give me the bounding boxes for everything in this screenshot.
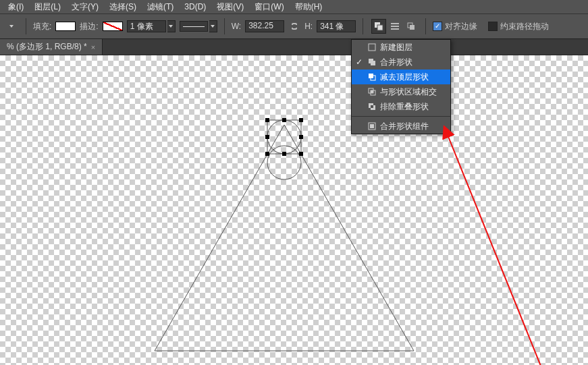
svg-rect-1 bbox=[377, 25, 383, 30]
width-input[interactable]: 382.25 bbox=[245, 20, 284, 32]
menu-item-label: 与形状区域相交 bbox=[380, 86, 437, 98]
shape-preset-dropdown[interactable] bbox=[4, 19, 19, 34]
document-tab-bar: % (多边形 1, RGB/8) * × bbox=[0, 39, 588, 55]
height-label: H: bbox=[304, 22, 313, 31]
fill-swatch[interactable] bbox=[55, 22, 76, 31]
svg-rect-3 bbox=[391, 26, 399, 27]
stroke-style-preview[interactable] bbox=[180, 21, 208, 32]
menu-item-label: 排除重叠形状 bbox=[380, 101, 429, 113]
document-tab[interactable]: % (多边形 1, RGB/8) * × bbox=[0, 39, 103, 55]
link-wh-icon[interactable] bbox=[288, 19, 300, 34]
menu-bar: 象(I) 图层(L) 文字(Y) 选择(S) 滤镜(T) 3D(D) 视图(V)… bbox=[0, 0, 588, 13]
menu-layer[interactable]: 图层(L) bbox=[29, 0, 66, 14]
subtract-icon bbox=[367, 72, 377, 82]
document-tab-title: % (多边形 1, RGB/8) * bbox=[7, 41, 87, 53]
menu-item-exclude[interactable]: 排除重叠形状 bbox=[352, 99, 450, 114]
exclude-icon bbox=[367, 102, 377, 111]
menu-item-intersect[interactable]: 与形状区域相交 bbox=[352, 84, 450, 99]
svg-rect-13 bbox=[265, 135, 269, 139]
separator bbox=[363, 18, 363, 34]
menu-type[interactable]: 文字(Y) bbox=[66, 0, 104, 14]
menu-item-subtract-front[interactable]: 减去顶层形状 bbox=[352, 69, 450, 84]
stroke-width-dropdown[interactable] bbox=[167, 20, 176, 32]
svg-rect-28 bbox=[371, 105, 373, 108]
menu-window[interactable]: 窗口(W) bbox=[249, 0, 289, 14]
separator bbox=[425, 18, 426, 34]
align-edges-label: 对齐边缘 bbox=[445, 21, 477, 32]
svg-rect-20 bbox=[371, 61, 375, 65]
stroke-label: 描边: bbox=[80, 21, 98, 32]
close-icon[interactable]: × bbox=[91, 43, 95, 51]
stroke-width-input[interactable]: 1 像素 bbox=[127, 20, 166, 32]
combine-icon bbox=[367, 57, 377, 67]
menu-image[interactable]: 象(I) bbox=[3, 0, 29, 14]
svg-rect-6 bbox=[410, 25, 415, 30]
separator bbox=[224, 18, 225, 34]
menu-item-label: 合并形状组件 bbox=[380, 121, 429, 132]
svg-rect-16 bbox=[282, 152, 286, 156]
menu-item-label: 合并形状 bbox=[380, 57, 412, 68]
svg-rect-25 bbox=[371, 90, 373, 93]
checkbox-icon bbox=[433, 22, 442, 31]
shape-path[interactable] bbox=[0, 55, 588, 365]
svg-rect-18 bbox=[369, 44, 375, 51]
stroke-style-dropdown[interactable] bbox=[209, 20, 217, 32]
path-operations-menu: 新建图层 ✓ 合并形状 减去顶层形状 与形状区域相交 排除重叠形状 合并形状组件 bbox=[351, 39, 451, 134]
options-bar: 填充: 描边: 1 像素 W: 382.25 H: 341 像 对齐边缘 bbox=[0, 13, 588, 39]
path-arrangement-button[interactable] bbox=[404, 19, 419, 34]
width-label: W: bbox=[232, 22, 241, 31]
menu-filter[interactable]: 滤镜(T) bbox=[142, 0, 179, 14]
height-input[interactable]: 341 像 bbox=[317, 20, 356, 32]
menu-item-label: 新建图层 bbox=[380, 42, 412, 53]
svg-point-8 bbox=[267, 146, 301, 179]
stroke-swatch[interactable] bbox=[103, 22, 123, 31]
svg-rect-14 bbox=[299, 135, 303, 139]
path-alignment-button[interactable] bbox=[387, 19, 402, 34]
menu-view[interactable]: 视图(V) bbox=[211, 0, 249, 14]
check-icon: ✓ bbox=[354, 57, 364, 67]
svg-rect-4 bbox=[391, 28, 399, 30]
align-edges-checkbox[interactable]: 对齐边缘 bbox=[433, 21, 477, 32]
merge-icon bbox=[367, 121, 377, 131]
intersect-icon bbox=[367, 87, 377, 96]
constrain-path-label: 约束路径拖动 bbox=[500, 21, 549, 32]
svg-rect-17 bbox=[299, 152, 303, 156]
fill-label: 填充: bbox=[33, 21, 51, 32]
canvas[interactable] bbox=[0, 55, 588, 365]
svg-rect-11 bbox=[282, 118, 286, 122]
menu-item-merge-components[interactable]: 合并形状组件 bbox=[352, 119, 450, 134]
checkbox-icon bbox=[488, 22, 498, 31]
svg-rect-30 bbox=[370, 124, 374, 128]
menu-select[interactable]: 选择(S) bbox=[104, 0, 142, 14]
constrain-path-checkbox[interactable]: 约束路径拖动 bbox=[488, 21, 549, 32]
menu-help[interactable]: 帮助(H) bbox=[290, 0, 328, 14]
separator bbox=[26, 18, 26, 34]
svg-rect-12 bbox=[299, 118, 303, 122]
svg-rect-15 bbox=[265, 152, 269, 156]
new-layer-icon bbox=[367, 43, 377, 52]
menu-item-new-layer[interactable]: 新建图层 bbox=[352, 40, 450, 55]
path-operations-button[interactable] bbox=[371, 19, 386, 34]
menu-separator bbox=[352, 116, 450, 117]
svg-rect-2 bbox=[391, 23, 399, 24]
svg-rect-10 bbox=[265, 118, 269, 122]
menu-item-combine[interactable]: ✓ 合并形状 bbox=[352, 55, 450, 69]
menu-3d[interactable]: 3D(D) bbox=[179, 1, 211, 13]
menu-item-label: 减去顶层形状 bbox=[380, 72, 429, 83]
